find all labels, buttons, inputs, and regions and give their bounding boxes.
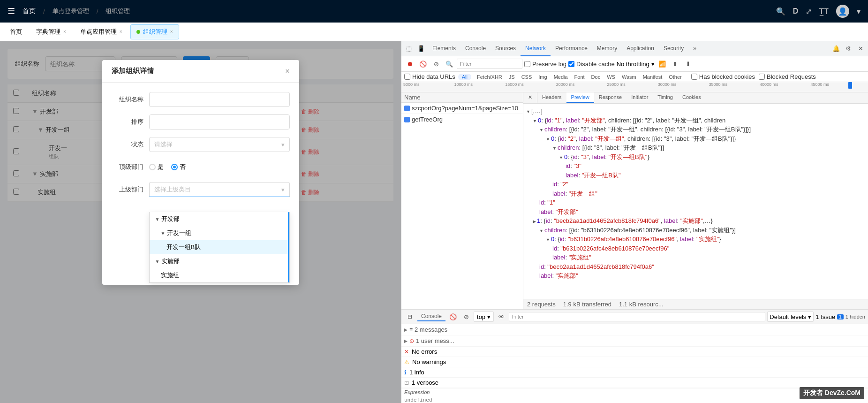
- tab-application[interactable]: Application: [622, 41, 659, 56]
- detail-tab-timing[interactable]: Timing: [653, 92, 678, 103]
- filter-media[interactable]: Media: [551, 74, 571, 80]
- filter-css[interactable]: CSS: [519, 74, 535, 80]
- filter-ws[interactable]: WS: [604, 74, 618, 80]
- record-icon[interactable]: ⏺: [404, 58, 415, 69]
- issue-counter[interactable]: 1 Issue 1: [815, 313, 843, 320]
- expand-triangle[interactable]: [552, 146, 557, 151]
- radio-yes[interactable]: 是: [149, 163, 164, 171]
- preserve-log-checkbox[interactable]: [524, 61, 530, 67]
- filter-chip-all[interactable]: All: [458, 74, 471, 80]
- modal-close-button[interactable]: ×: [285, 67, 289, 76]
- notification-icon[interactable]: 🔔: [830, 43, 842, 54]
- network-item-szcport[interactable]: szcportOrg?pageNum=1&pageSize=10: [401, 103, 523, 114]
- nav-org[interactable]: 组织管理: [106, 7, 130, 15]
- dropdown-item-shishi-zu[interactable]: 实施组: [150, 268, 289, 282]
- search-icon[interactable]: 🔍: [776, 7, 785, 16]
- console-level-select[interactable]: Default levels ▾: [767, 312, 814, 322]
- filter-manifest[interactable]: Manifest: [640, 74, 665, 80]
- tab-org[interactable]: 组织管理 ×: [130, 24, 179, 39]
- expand-triangle[interactable]: [533, 119, 537, 123]
- throttling-select[interactable]: No throttling ▾: [617, 61, 655, 68]
- dropdown-arrow-icon[interactable]: ▾: [857, 7, 860, 16]
- disable-cache-label[interactable]: Disable cache: [568, 61, 615, 68]
- radio-no[interactable]: 否: [171, 163, 186, 171]
- tab-home[interactable]: 首页: [4, 24, 28, 39]
- has-blocked-cookies-checkbox[interactable]: [691, 74, 697, 80]
- tab-close-dictionary[interactable]: ×: [63, 29, 66, 34]
- detail-tab-response[interactable]: Response: [594, 92, 627, 103]
- expand-triangle[interactable]: [546, 137, 550, 142]
- console-toggle-icon[interactable]: ⊟: [404, 311, 415, 322]
- console-group-user-messages[interactable]: ▶ ⊙ 1 user mess...: [401, 335, 868, 347]
- filter-font[interactable]: Font: [572, 74, 588, 80]
- expand-triangle[interactable]: [533, 219, 536, 224]
- d-icon[interactable]: D: [793, 7, 799, 15]
- expand-triangle[interactable]: [526, 109, 530, 114]
- console-tab-label[interactable]: Console: [417, 312, 445, 321]
- console-group-messages[interactable]: ▶ ≡ 2 messages: [401, 324, 868, 335]
- detail-tab-initiator[interactable]: Initiator: [626, 92, 653, 103]
- tab-sources[interactable]: Sources: [491, 41, 521, 56]
- org-name-input[interactable]: [149, 92, 290, 107]
- console-clear-icon[interactable]: 🚫: [447, 311, 459, 322]
- disable-cache-checkbox[interactable]: [568, 61, 574, 67]
- status-dropdown[interactable]: 请选择 ▾: [149, 137, 290, 152]
- tab-close-org[interactable]: ×: [170, 29, 173, 34]
- inspect-icon[interactable]: ⬚: [403, 43, 415, 54]
- avatar[interactable]: 👤: [836, 5, 849, 18]
- filter-doc[interactable]: Doc: [589, 74, 604, 80]
- dropdown-item-shishi-bu[interactable]: ▼ 实施部: [150, 254, 289, 268]
- detail-tab-headers[interactable]: Headers: [537, 92, 566, 103]
- tab-memory[interactable]: Memory: [592, 41, 622, 56]
- top-context-selector[interactable]: top ▾: [474, 312, 494, 322]
- fullscreen-icon[interactable]: ⤢: [806, 7, 812, 16]
- hide-data-urls-label[interactable]: Hide data URLs: [404, 73, 455, 80]
- tab-sso-app[interactable]: 单点应用管理 ×: [74, 24, 128, 39]
- tab-security[interactable]: Security: [659, 41, 688, 56]
- tab-dictionary[interactable]: 字典管理 ×: [30, 24, 72, 39]
- blocked-requests-checkbox[interactable]: [759, 74, 765, 80]
- nav-home[interactable]: 首页: [23, 7, 36, 15]
- parent-dept-dropdown[interactable]: 选择上级类目 ▾: [149, 182, 290, 197]
- filter-wasm[interactable]: Wasm: [619, 74, 639, 80]
- expand-triangle[interactable]: [539, 128, 543, 132]
- download-icon[interactable]: ⬇: [683, 58, 694, 69]
- expand-triangle[interactable]: [546, 237, 550, 242]
- tab-more[interactable]: »: [688, 41, 701, 56]
- filter-img[interactable]: Img: [536, 74, 550, 80]
- filter-network-icon[interactable]: ⊘: [430, 58, 442, 69]
- close-devtools-icon[interactable]: ✕: [855, 43, 866, 54]
- network-item-gettreeorg[interactable]: getTreeOrg: [401, 114, 523, 125]
- detail-tab-preview[interactable]: Preview: [566, 92, 594, 103]
- wifi-icon[interactable]: 📶: [657, 58, 668, 69]
- tab-elements[interactable]: Elements: [428, 41, 460, 56]
- hamburger-icon[interactable]: ☰: [8, 6, 15, 16]
- tab-performance[interactable]: Performance: [551, 41, 592, 56]
- search-network-icon[interactable]: 🔍: [444, 58, 455, 69]
- filter-other[interactable]: Other: [666, 74, 685, 80]
- hide-data-urls-checkbox[interactable]: [404, 74, 410, 80]
- dropdown-item-kaifa-bu[interactable]: ▼ 开发部: [150, 212, 289, 226]
- settings-icon[interactable]: ⚙: [843, 43, 854, 54]
- nav-sso[interactable]: 单点登录管理: [53, 7, 89, 15]
- console-filter-icon[interactable]: ⊘: [460, 311, 472, 322]
- clear-icon[interactable]: 🚫: [417, 58, 429, 69]
- expand-triangle[interactable]: [539, 228, 543, 233]
- console-eye-icon[interactable]: 👁: [496, 311, 507, 322]
- tab-close-sso-app[interactable]: ×: [120, 29, 122, 34]
- upload-icon[interactable]: ⬆: [670, 58, 681, 69]
- device-icon[interactable]: 📱: [415, 43, 427, 54]
- detail-tab-cookies[interactable]: Cookies: [678, 92, 706, 103]
- filter-js[interactable]: JS: [506, 74, 518, 80]
- filter-fetch-xhr[interactable]: Fetch/XHR: [474, 74, 505, 80]
- blocked-requests-label[interactable]: Blocked Requests: [759, 73, 816, 80]
- expand-triangle[interactable]: [559, 155, 563, 160]
- network-filter-input[interactable]: [457, 59, 522, 69]
- has-blocked-cookies-label[interactable]: Has blocked cookies: [691, 73, 755, 80]
- dropdown-item-kaifa-yi-zu[interactable]: ▼ 开发一组: [150, 226, 289, 240]
- tab-network[interactable]: Network: [521, 41, 551, 56]
- console-filter-input[interactable]: [509, 312, 765, 321]
- dropdown-item-kaifa-yi-zu-b[interactable]: 开发一组B队: [150, 240, 289, 254]
- sort-input[interactable]: [149, 114, 290, 129]
- tab-console[interactable]: Console: [460, 41, 491, 56]
